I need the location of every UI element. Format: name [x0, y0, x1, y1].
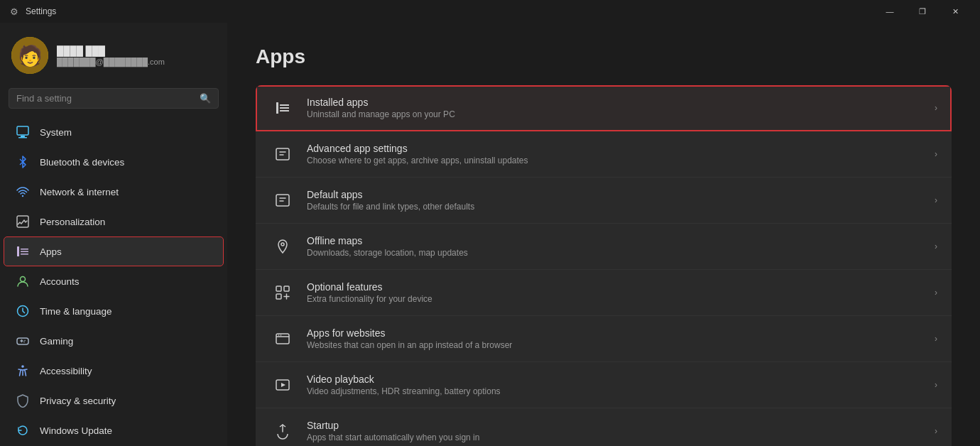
default-apps-title: Default apps: [307, 189, 923, 200]
svg-point-22: [281, 243, 284, 246]
optional-features-text: Optional features Extra functionality fo…: [307, 281, 923, 304]
search-icon: 🔍: [200, 93, 211, 104]
installed-apps-title: Installed apps: [307, 97, 923, 108]
installed-apps-icon: [270, 95, 295, 121]
update-icon: [16, 423, 30, 437]
svg-rect-2: [18, 137, 27, 138]
sidebar-item-network[interactable]: Network & internet: [4, 178, 223, 206]
svg-rect-21: [276, 195, 289, 206]
system-icon: [16, 125, 30, 139]
settings-item-offline-maps[interactable]: Offline maps Downloads, storage location…: [256, 224, 952, 270]
settings-item-installed-apps[interactable]: Installed apps Uninstall and manage apps…: [256, 85, 952, 131]
page-title: Apps: [256, 45, 952, 68]
sidebar: 🧑 ████ ███ ███████@████████.com 🔍 System: [0, 23, 227, 446]
svg-rect-6: [21, 249, 28, 250]
sidebar-item-accessibility[interactable]: Accessibility: [4, 357, 223, 385]
minimize-button[interactable]: —: [873, 0, 906, 23]
accessibility-icon: [16, 364, 30, 378]
sidebar-item-label-update: Windows Update: [40, 425, 112, 436]
network-icon: [16, 185, 30, 199]
startup-chevron: ›: [935, 426, 937, 436]
svg-rect-23: [276, 286, 281, 291]
svg-rect-7: [21, 251, 28, 253]
installed-apps-text: Installed apps Uninstall and manage apps…: [307, 97, 923, 119]
svg-rect-0: [17, 126, 28, 135]
avatar-icon: 🧑: [18, 44, 43, 67]
apps-for-websites-title: Apps for websites: [307, 327, 923, 339]
sidebar-item-label-privacy: Privacy & security: [40, 396, 116, 406]
settings-list: Installed apps Uninstall and manage apps…: [256, 85, 952, 446]
apps-for-websites-desc: Websites that can open in an app instead…: [307, 340, 923, 350]
sidebar-item-label-accessibility: Accessibility: [40, 366, 92, 376]
settings-item-default-apps[interactable]: Default apps Defaults for file and link …: [256, 178, 952, 224]
user-profile[interactable]: 🧑 ████ ███ ███████@████████.com: [0, 23, 227, 85]
search-box[interactable]: 🔍: [9, 88, 219, 109]
offline-maps-text: Offline maps Downloads, storage location…: [307, 235, 923, 258]
advanced-app-icon: [270, 141, 295, 167]
apps-icon: [16, 244, 30, 259]
user-info: ████ ███ ███████@████████.com: [57, 45, 165, 66]
avatar: 🧑: [11, 37, 48, 74]
sidebar-item-label-personalization: Personalization: [40, 217, 105, 227]
personalization-icon: [16, 214, 30, 229]
settings-item-optional-features[interactable]: Optional features Extra functionality fo…: [256, 270, 952, 316]
video-playback-icon: [270, 372, 295, 398]
svg-rect-8: [21, 254, 28, 255]
sidebar-item-personalization[interactable]: Personalization: [4, 207, 223, 236]
window-controls: — ❐ ✕: [873, 0, 971, 23]
svg-point-27: [278, 334, 280, 336]
startup-text: Startup Apps that start automatically wh…: [307, 420, 923, 442]
settings-item-apps-for-websites[interactable]: Apps for websites Websites that can open…: [256, 316, 952, 362]
svg-rect-15: [276, 102, 278, 114]
svg-point-13: [23, 342, 25, 343]
svg-marker-30: [281, 383, 285, 387]
offline-maps-chevron: ›: [935, 241, 937, 251]
search-container: 🔍: [0, 85, 227, 117]
user-email: ███████@████████.com: [57, 58, 165, 66]
sidebar-item-label-apps: Apps: [40, 246, 62, 257]
svg-point-12: [24, 340, 26, 342]
sidebar-item-label-network: Network & internet: [40, 187, 119, 197]
default-apps-icon: [270, 187, 295, 213]
sidebar-item-apps[interactable]: Apps: [4, 237, 223, 266]
sidebar-item-bluetooth[interactable]: Bluetooth & devices: [4, 148, 223, 176]
time-icon: [16, 304, 30, 318]
sidebar-item-gaming[interactable]: Gaming: [4, 327, 223, 355]
maximize-button[interactable]: ❐: [906, 0, 939, 23]
gaming-icon: [16, 334, 30, 348]
startup-desc: Apps that start automatically when you s…: [307, 433, 923, 442]
avatar-image: 🧑: [11, 37, 48, 74]
default-apps-text: Default apps Defaults for file and link …: [307, 189, 923, 212]
sidebar-item-privacy[interactable]: Privacy & security: [4, 386, 223, 415]
svg-rect-19: [276, 148, 289, 160]
sidebar-item-system[interactable]: System: [4, 118, 223, 146]
optional-features-title: Optional features: [307, 281, 923, 293]
optional-features-icon: [270, 280, 295, 305]
svg-rect-5: [17, 246, 19, 256]
close-button[interactable]: ✕: [939, 0, 971, 23]
svg-rect-18: [280, 110, 289, 111]
installed-apps-desc: Uninstall and manage apps on your PC: [307, 109, 923, 119]
svg-rect-16: [280, 104, 289, 106]
titlebar: ⚙ Settings — ❐ ✕: [0, 0, 980, 23]
settings-item-advanced-app[interactable]: Advanced app settings Choose where to ge…: [256, 131, 952, 178]
offline-maps-title: Offline maps: [307, 235, 923, 246]
optional-features-chevron: ›: [935, 288, 937, 298]
video-playback-text: Video playback Video adjustments, HDR st…: [307, 374, 923, 396]
svg-rect-24: [284, 286, 289, 291]
advanced-app-chevron: ›: [935, 149, 937, 159]
apps-for-websites-text: Apps for websites Websites that can open…: [307, 327, 923, 350]
offline-maps-desc: Downloads, storage location, map updates: [307, 248, 923, 258]
search-input[interactable]: [16, 93, 194, 104]
settings-item-video-playback[interactable]: Video playback Video adjustments, HDR st…: [256, 362, 952, 408]
sidebar-item-update[interactable]: Windows Update: [4, 416, 223, 445]
svg-rect-17: [280, 107, 289, 109]
apps-for-websites-chevron: ›: [935, 334, 937, 344]
settings-item-startup[interactable]: Startup Apps that start automatically wh…: [256, 408, 952, 446]
sidebar-item-label-gaming: Gaming: [40, 336, 73, 347]
sidebar-item-time[interactable]: Time & language: [4, 297, 223, 325]
advanced-app-desc: Choose where to get apps, archive apps, …: [307, 156, 923, 165]
svg-rect-26: [276, 334, 289, 344]
app-body: 🧑 ████ ███ ███████@████████.com 🔍 System: [0, 23, 980, 446]
sidebar-item-accounts[interactable]: Accounts: [4, 267, 223, 295]
